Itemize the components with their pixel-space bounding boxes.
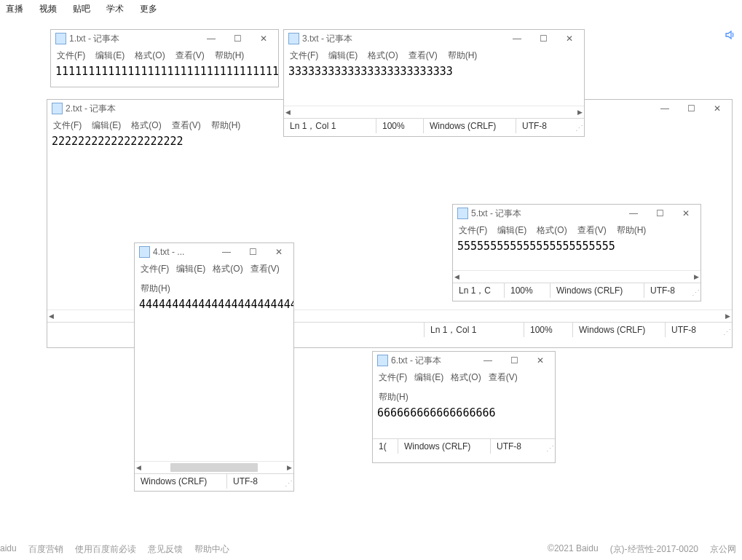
scroll-right-icon[interactable]: ▶ (694, 273, 699, 280)
close-button[interactable]: ✕ (673, 205, 699, 221)
menu-file[interactable]: 文件(F) (141, 263, 169, 275)
text-content[interactable]: 555555555555555555555555 (453, 240, 700, 270)
notepad-window-3[interactable]: 3.txt - 记事本 — ☐ ✕ 文件(F) 编辑(E) 格式(O) 查看(V… (283, 29, 585, 137)
text-content[interactable]: 3333333333333333333333333 (284, 65, 584, 106)
maximize-button[interactable]: ☐ (224, 31, 250, 47)
titlebar[interactable]: 6.txt - 记事本 — ☐ ✕ (373, 352, 555, 369)
menu-edit[interactable]: 编辑(E) (414, 371, 443, 384)
notepad-icon (55, 33, 66, 44)
horizontal-scrollbar[interactable]: ◀ ▶ (453, 270, 700, 283)
menu-view[interactable]: 查看(V) (489, 371, 518, 384)
menu-help[interactable]: 帮助(H) (448, 50, 478, 62)
menu-file[interactable]: 文件(F) (53, 119, 82, 132)
window-title: 4.txt - ... (153, 247, 213, 257)
menu-format[interactable]: 格式(O) (135, 50, 165, 62)
menu-view[interactable]: 查看(V) (577, 224, 607, 237)
maximize-button[interactable]: ☐ (647, 205, 673, 221)
menu-file[interactable]: 文件(F) (459, 224, 487, 237)
footer-link[interactable]: aidu (0, 543, 17, 556)
menu-format[interactable]: 格式(O) (213, 263, 242, 275)
footer-link[interactable]: 百度营销 (28, 543, 63, 556)
nav-tieba[interactable]: 贴吧 (73, 3, 90, 15)
scroll-right-icon[interactable]: ▶ (287, 464, 292, 471)
menu-edit[interactable]: 编辑(E) (497, 224, 526, 237)
close-button[interactable]: ✕ (556, 31, 583, 47)
nav-live[interactable]: 直播 (6, 3, 23, 15)
status-line: Ln 1，Col 1 (424, 323, 524, 337)
menu-help[interactable]: 帮助(H) (379, 391, 409, 403)
minimize-button[interactable]: — (213, 244, 240, 260)
menu-help[interactable]: 帮助(H) (211, 119, 241, 132)
footer-link[interactable]: 意见反馈 (148, 543, 183, 556)
menu-edit[interactable]: 编辑(E) (176, 263, 205, 275)
text-content[interactable]: 111111111111111111111111111111111111 (51, 65, 278, 79)
menu-view[interactable]: 查看(V) (250, 263, 280, 275)
nav-more[interactable]: 更多 (140, 3, 157, 15)
window-title: 1.txt - 记事本 (69, 33, 198, 45)
menu-edit[interactable]: 编辑(E) (328, 50, 358, 62)
resize-grip-icon[interactable]: ⋰ (690, 283, 700, 298)
menubar: 文件(F) 编辑(E) 格式(O) 查看(V) 帮助(H) (453, 222, 700, 240)
menu-file[interactable]: 文件(F) (290, 50, 318, 62)
nav-video[interactable]: 视频 (39, 3, 57, 15)
minimize-button[interactable]: — (198, 31, 224, 47)
titlebar[interactable]: 5.txt - 记事本 — ☐ ✕ (453, 205, 700, 222)
horizontal-scrollbar[interactable]: ◀ ▶ (284, 106, 584, 118)
close-button[interactable]: ✕ (266, 244, 292, 260)
menu-view[interactable]: 查看(V) (175, 50, 205, 62)
footer-link[interactable]: 使用百度前必读 (75, 543, 136, 556)
scroll-thumb[interactable] (170, 463, 258, 472)
menubar: 文件(F) 编辑(E) 格式(O) 查看(V) 帮助(H) (284, 47, 584, 65)
menu-format[interactable]: 格式(O) (451, 371, 481, 384)
menu-view[interactable]: 查看(V) (172, 119, 201, 132)
text-content[interactable]: 666666666666666666 (373, 406, 555, 438)
minimize-button[interactable]: — (504, 31, 530, 47)
menu-format[interactable]: 格式(O) (131, 119, 161, 132)
titlebar[interactable]: 3.txt - 记事本 — ☐ ✕ (284, 30, 584, 47)
close-button[interactable]: ✕ (704, 100, 730, 117)
menu-help[interactable]: 帮助(H) (141, 283, 170, 295)
scroll-right-icon[interactable]: ▶ (577, 109, 583, 116)
scroll-left-icon[interactable]: ◀ (136, 464, 141, 471)
menu-edit[interactable]: 编辑(E) (95, 50, 125, 62)
status-encoding: UTF-8 (516, 119, 573, 133)
scroll-left-icon[interactable]: ◀ (49, 312, 54, 320)
menu-view[interactable]: 查看(V) (409, 50, 438, 62)
notepad-window-1[interactable]: 1.txt - 记事本 — ☐ ✕ 文件(F) 编辑(E) 格式(O) 查看(V… (50, 29, 279, 87)
minimize-button[interactable]: — (652, 100, 678, 117)
minimize-button[interactable]: — (475, 352, 501, 368)
maximize-button[interactable]: ☐ (530, 31, 556, 47)
status-eol: Windows (CRLF) (572, 323, 665, 337)
scroll-right-icon[interactable]: ▶ (725, 312, 730, 320)
menu-help[interactable]: 帮助(H) (617, 224, 647, 237)
resize-grip-icon[interactable]: ⋰ (573, 119, 584, 133)
notepad-window-4[interactable]: 4.txt - ... — ☐ ✕ 文件(F) 编辑(E) 格式(O) 查看(V… (134, 242, 294, 492)
minimize-button[interactable]: — (620, 205, 647, 221)
resize-grip-icon[interactable]: ⋰ (721, 323, 732, 337)
menu-file[interactable]: 文件(F) (379, 371, 407, 384)
notepad-window-5[interactable]: 5.txt - 记事本 — ☐ ✕ 文件(F) 编辑(E) 格式(O) 查看(V… (452, 204, 701, 301)
notepad-window-6[interactable]: 6.txt - 记事本 — ☐ ✕ 文件(F) 编辑(E) 格式(O) 查看(V… (372, 351, 556, 463)
maximize-button[interactable]: ☐ (678, 100, 704, 117)
scroll-left-icon[interactable]: ◀ (285, 109, 291, 116)
menu-format[interactable]: 格式(O) (368, 50, 398, 62)
text-content[interactable]: 444444444444444444444444 (135, 298, 293, 461)
titlebar[interactable]: 1.txt - 记事本 — ☐ ✕ (51, 30, 278, 47)
maximize-button[interactable]: ☐ (501, 352, 527, 368)
titlebar[interactable]: 4.txt - ... — ☐ ✕ (135, 243, 293, 261)
nav-scholar[interactable]: 学术 (106, 3, 124, 15)
maximize-button[interactable]: ☐ (240, 244, 266, 260)
menu-file[interactable]: 文件(F) (57, 50, 85, 62)
footer-link[interactable]: 帮助中心 (194, 543, 229, 556)
menu-format[interactable]: 格式(O) (537, 224, 567, 237)
menu-edit[interactable]: 编辑(E) (92, 119, 121, 132)
close-button[interactable]: ✕ (250, 31, 277, 47)
resize-grip-icon[interactable]: ⋰ (283, 474, 293, 489)
menubar: 文件(F) 编辑(E) 格式(O) 查看(V) 帮助(H) (51, 47, 278, 65)
horizontal-scrollbar[interactable]: ◀ ▶ (135, 461, 293, 473)
resize-grip-icon[interactable]: ⋰ (544, 439, 555, 454)
scroll-left-icon[interactable]: ◀ (454, 273, 459, 280)
close-button[interactable]: ✕ (527, 352, 553, 368)
menu-help[interactable]: 帮助(H) (215, 50, 245, 62)
speaker-icon[interactable] (725, 29, 736, 44)
